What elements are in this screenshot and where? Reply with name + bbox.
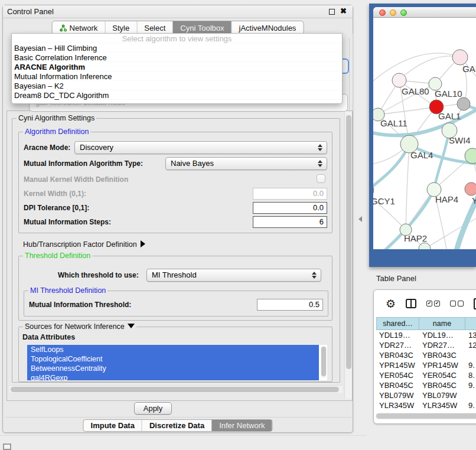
new-table-icon[interactable]	[474, 298, 476, 309]
table-cell: YBR043C	[419, 350, 465, 360]
tab-impute-data[interactable]: Impute Data	[84, 420, 142, 431]
algorithm-option[interactable]: Bayesian – K2	[12, 81, 342, 91]
bottom-tabstrip: Impute Data Discretize Data Infer Networ…	[83, 419, 273, 432]
algorithm-option[interactable]: Bayesian – Hill Climbing	[12, 44, 342, 53]
attribute-list-item[interactable]: SelfLoops	[27, 345, 319, 354]
cyni-algorithm-settings-title: Cyni Algorithm Settings	[17, 114, 96, 122]
node-salmon-label: Y	[472, 195, 476, 206]
tab-discretize-data[interactable]: Discretize Data	[142, 420, 211, 431]
table-row[interactable]: YIL052CYIL052C9	[376, 410, 476, 412]
tab-infer-network[interactable]: Infer Network	[211, 420, 272, 431]
node-bottom[interactable]	[419, 243, 431, 249]
attribute-list-item[interactable]: gal4RGexp	[27, 373, 319, 380]
aracne-mode-label: Aracne Mode:	[24, 144, 70, 152]
table-cell: 12	[465, 340, 476, 350]
tab-select[interactable]: Select	[136, 21, 172, 34]
mi-type-combobox[interactable]: Naive Bayes	[165, 157, 327, 170]
window-zoom-button[interactable]	[400, 9, 407, 16]
tab-style[interactable]: Style	[105, 21, 136, 34]
window-close-button[interactable]	[379, 9, 386, 16]
control-panel-title: Control Panel	[7, 7, 54, 16]
table-cell: YLR345W	[376, 400, 419, 410]
attribute-list-item[interactable]: BetweennessCentrality	[27, 364, 319, 373]
deselect-all-checkboxes-icon[interactable]	[450, 301, 464, 306]
select-all-checkboxes-icon[interactable]: ✔✔	[426, 301, 440, 306]
algorithm-option[interactable]: Basic Correlation Inference	[12, 53, 342, 63]
network-window[interactable]: GALGAL80GAL10GAL1GAL11SWI4GAL4GCY1HAP4YH…	[373, 7, 476, 249]
network-window-titlebar	[373, 7, 476, 18]
network-edge[interactable]	[399, 56, 460, 80]
table-horizontal-scrollbar[interactable]	[376, 413, 476, 419]
algorithm-option[interactable]: ARACNE Algorithm	[12, 63, 342, 72]
table-header-row: shared… name A	[376, 317, 476, 330]
panel-border-line	[353, 34, 353, 112]
table-cell: 9.	[465, 400, 476, 410]
table-row[interactable]: YBL079WYBL079W	[376, 390, 476, 400]
column-header-shared[interactable]: shared…	[376, 317, 419, 330]
horizontal-scrollbar-thumb[interactable]	[11, 387, 339, 392]
table-row[interactable]: YDR27…YDR27…12	[376, 340, 476, 350]
minimized-panel-icon[interactable]	[3, 444, 11, 450]
table-row[interactable]: YDL19…YDL19…13	[376, 330, 476, 340]
close-icon[interactable]: ✖	[340, 6, 347, 15]
splitpane-collapse-arrow[interactable]	[358, 216, 362, 222]
network-canvas[interactable]: GALGAL80GAL10GAL1GAL11SWI4GAL4GCY1HAP4YH…	[373, 18, 476, 249]
node-gray[interactable]	[457, 97, 470, 110]
horizontal-scrollbar[interactable]	[9, 385, 343, 393]
expander-expanded-icon	[128, 324, 135, 328]
network-edge[interactable]	[406, 144, 409, 230]
window-minimize-button[interactable]	[390, 9, 396, 16]
tab-cyni-toolbox[interactable]: Cyni Toolbox	[172, 21, 231, 34]
columns-icon[interactable]	[406, 299, 416, 308]
vertical-scrollbar-thumb[interactable]	[346, 115, 351, 369]
node-gal11-label: GAL11	[380, 118, 407, 128]
mi-threshold-field[interactable]: 0.5	[257, 299, 323, 311]
threshold-definition-title: Threshold Definition	[23, 252, 92, 260]
node-gal1-label: GAL1	[438, 111, 461, 121]
dpi-tolerance-field[interactable]: 0.0	[253, 202, 327, 214]
attribute-list-item[interactable]: TopologicalCoefficient	[27, 354, 319, 364]
hub-definition-expander[interactable]: Hub/Transcription Factor Definition	[23, 240, 145, 249]
vertical-scrollbar[interactable]	[344, 112, 352, 399]
mi-threshold-definition-group: MI Threshold Definition Mutual Informati…	[24, 291, 328, 317]
mi-steps-field[interactable]: 6	[253, 216, 327, 228]
table-row[interactable]: YER054CYER054C8.	[376, 370, 476, 380]
algorithm-option[interactable]: Mutual Information Inference	[12, 72, 342, 81]
tab-jactivemnodules[interactable]: jActiveMNodules	[232, 21, 304, 34]
list-scrollbar[interactable]	[321, 346, 327, 378]
node-gal80[interactable]	[392, 73, 406, 87]
kernel-width-field[interactable]: 0.0	[253, 188, 327, 200]
column-header-name[interactable]: name	[419, 317, 465, 330]
table-cell: YPR145W	[376, 360, 419, 370]
node-hap4-label: HAP4	[435, 194, 458, 204]
column-header-partial[interactable]: A	[465, 317, 476, 330]
table-row[interactable]: YBR045CYBR045C9.	[376, 380, 476, 390]
apply-button[interactable]: Apply	[134, 402, 172, 415]
table-cell: YLR345W	[419, 400, 465, 410]
mi-threshold-definition-title: MI Threshold Definition	[28, 286, 107, 295]
float-window-icon[interactable]	[329, 9, 335, 15]
table-panel-card: ⚙ ✔✔ shared… name A YDL19…YDL19…13YDR27……	[373, 289, 476, 424]
table-cell: 8.	[465, 370, 476, 380]
node-gal2[interactable]	[452, 50, 468, 65]
which-threshold-combobox[interactable]: MI Threshold	[146, 269, 321, 282]
table-row[interactable]: YBR043CYBR043C	[376, 350, 476, 360]
aracne-mode-combobox[interactable]: Discovery	[74, 141, 327, 154]
manual-kernel-checkbox[interactable]	[317, 174, 325, 183]
sources-expander[interactable]: Sources for Network Inference	[23, 322, 136, 331]
table-cell: YBR045C	[376, 380, 419, 390]
tab-network[interactable]: Network	[53, 21, 105, 34]
table-horizontal-scrollbar-thumb[interactable]	[376, 413, 476, 419]
table-cell: YER054C	[419, 370, 465, 380]
table-row[interactable]: YLR345WYLR345W9.	[376, 400, 476, 410]
table-cell: 9	[465, 410, 476, 412]
kernel-width-label: Kernel Width (0,1):	[24, 190, 86, 198]
node-salmon[interactable]	[465, 182, 476, 195]
gear-icon[interactable]: ⚙	[386, 298, 396, 309]
list-scrollbar-thumb[interactable]	[321, 347, 326, 376]
network-edge[interactable]	[378, 107, 436, 115]
table-row[interactable]: YPR145WYPR145W9.	[376, 360, 476, 370]
algorithm-option[interactable]: Dream8 DC_TDC Algorithm	[12, 91, 342, 100]
node-hap2-label: HAP2	[404, 233, 427, 243]
node-table: shared… name A YDL19…YDL19…13YDR27…YDR27…	[376, 317, 476, 412]
